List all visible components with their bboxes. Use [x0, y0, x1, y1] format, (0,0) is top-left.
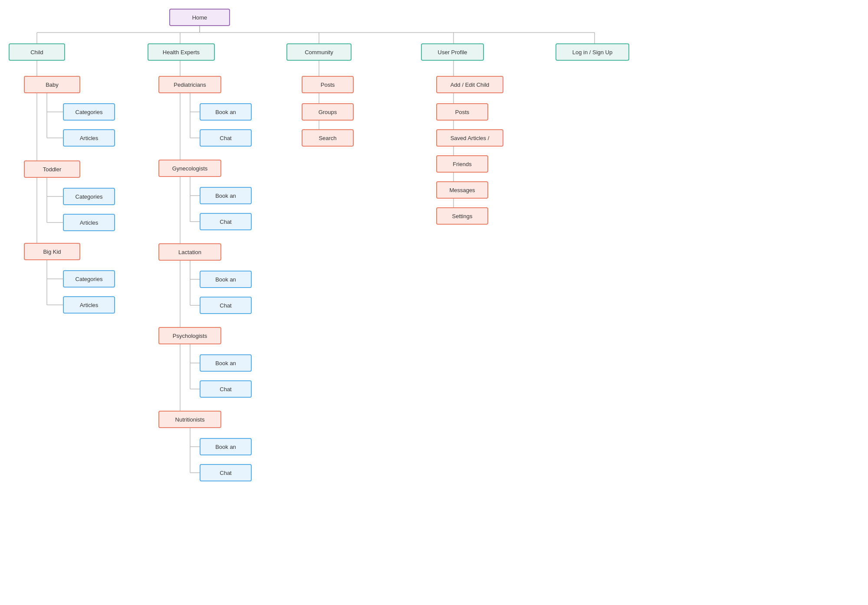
gyn-chat-label: Chat [220, 219, 231, 225]
bigkid-node[interactable]: Big Kid [24, 243, 80, 260]
lac-chat-label: Chat [220, 302, 231, 309]
friends-label: Friends [453, 161, 471, 167]
baby-articles-label: Articles [80, 135, 99, 141]
nut-chat-label: Chat [220, 470, 231, 476]
baby-label: Baby [46, 82, 59, 88]
psychologists-label: Psychologists [173, 333, 207, 339]
gynecologists-label: Gynecologists [172, 165, 208, 172]
messages-node[interactable]: Messages [436, 181, 488, 199]
toddler-categories-node[interactable]: Categories [63, 188, 115, 205]
search-community-label: Search [319, 135, 336, 141]
posts-community-node[interactable]: Posts [302, 76, 354, 93]
bigkid-categories-label: Categories [76, 276, 103, 282]
nut-book-node[interactable]: Book an [200, 438, 252, 455]
messages-label: Messages [449, 187, 475, 193]
gyn-chat-node[interactable]: Chat [200, 213, 252, 230]
login-node[interactable]: Log in / Sign Up [556, 43, 629, 61]
health-experts-label: Health Experts [163, 49, 200, 56]
posts-community-label: Posts [321, 82, 335, 88]
home-label: Home [192, 14, 207, 21]
add-edit-child-label: Add / Edit Child [450, 82, 490, 88]
settings-node[interactable]: Settings [436, 207, 488, 225]
psychologists-node[interactable]: Psychologists [158, 327, 221, 344]
lac-book-node[interactable]: Book an [200, 271, 252, 288]
add-edit-child-node[interactable]: Add / Edit Child [436, 76, 503, 93]
groups-label: Groups [319, 109, 337, 115]
bigkid-categories-node[interactable]: Categories [63, 270, 115, 288]
login-label: Log in / Sign Up [572, 49, 613, 56]
lactation-label: Lactation [178, 249, 201, 255]
nutritionists-node[interactable]: Nutritionists [158, 411, 221, 428]
home-node[interactable]: Home [169, 9, 230, 26]
toddler-node[interactable]: Toddler [24, 160, 80, 178]
nut-chat-node[interactable]: Chat [200, 464, 252, 481]
user-profile-label: User Profile [438, 49, 467, 56]
pediatricians-label: Pediatricians [174, 82, 206, 88]
bigkid-articles-label: Articles [80, 302, 99, 308]
ped-chat-node[interactable]: Chat [200, 129, 252, 147]
toddler-articles-node[interactable]: Articles [63, 214, 115, 231]
search-community-node[interactable]: Search [302, 129, 354, 147]
lac-chat-node[interactable]: Chat [200, 297, 252, 314]
connector-lines [0, 0, 868, 605]
ped-chat-label: Chat [220, 135, 231, 141]
groups-node[interactable]: Groups [302, 103, 354, 121]
toddler-categories-label: Categories [76, 193, 103, 200]
nutritionists-label: Nutritionists [175, 416, 205, 423]
posts-profile-node[interactable]: Posts [436, 103, 488, 121]
nut-book-label: Book an [215, 444, 236, 450]
tree-container: Home Child Health Experts Community User… [0, 0, 868, 605]
lactation-node[interactable]: Lactation [158, 243, 221, 261]
ped-book-node[interactable]: Book an [200, 103, 252, 121]
baby-categories-node[interactable]: Categories [63, 103, 115, 121]
psy-book-label: Book an [215, 360, 236, 366]
baby-articles-node[interactable]: Articles [63, 129, 115, 147]
psy-book-node[interactable]: Book an [200, 354, 252, 372]
bigkid-label: Big Kid [43, 249, 61, 255]
gyn-book-node[interactable]: Book an [200, 187, 252, 204]
ped-book-label: Book an [215, 109, 236, 115]
pediatricians-node[interactable]: Pediatricians [158, 76, 221, 93]
saved-articles-label: Saved Articles / [450, 135, 490, 141]
friends-node[interactable]: Friends [436, 155, 488, 173]
psy-chat-label: Chat [220, 386, 231, 392]
baby-categories-label: Categories [76, 109, 103, 115]
toddler-articles-label: Articles [80, 219, 99, 226]
health-experts-node[interactable]: Health Experts [148, 43, 215, 61]
saved-articles-node[interactable]: Saved Articles / [436, 129, 503, 147]
settings-label: Settings [452, 213, 473, 219]
child-label: Child [30, 49, 43, 56]
toddler-label: Toddler [43, 166, 62, 173]
gyn-book-label: Book an [215, 193, 236, 199]
bigkid-articles-node[interactable]: Articles [63, 296, 115, 314]
gynecologists-node[interactable]: Gynecologists [158, 160, 221, 177]
user-profile-node[interactable]: User Profile [421, 43, 484, 61]
psy-chat-node[interactable]: Chat [200, 380, 252, 398]
lac-book-label: Book an [215, 276, 236, 283]
community-node[interactable]: Community [286, 43, 352, 61]
child-node[interactable]: Child [9, 43, 65, 61]
posts-profile-label: Posts [455, 109, 470, 115]
baby-node[interactable]: Baby [24, 76, 80, 93]
community-label: Community [305, 49, 333, 56]
